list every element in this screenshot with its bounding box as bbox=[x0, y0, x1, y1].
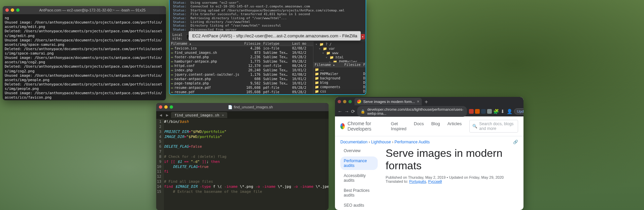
address-bar[interactable]: 🔒 developer.chrome.com/docs/lighthouse/p… bbox=[357, 106, 467, 117]
close-icon[interactable] bbox=[5, 8, 9, 12]
reload-icon[interactable]: ⟳ bbox=[351, 109, 355, 114]
breadcrumb-link[interactable]: Performance Audits bbox=[395, 140, 430, 144]
tab-close-icon[interactable]: × bbox=[417, 99, 419, 104]
extension-icon[interactable] bbox=[481, 109, 486, 114]
browser-tab[interactable]: Serve images in modern form... × bbox=[354, 98, 422, 105]
close-icon[interactable] bbox=[338, 100, 341, 103]
file-row[interactable]: 📁PHPMailer Directory 01/19/2020 1... bbox=[313, 72, 366, 76]
tab-file[interactable]: find_unused_images.sh × bbox=[171, 112, 227, 118]
tree-node[interactable]: 📁 PHPMailer bbox=[315, 60, 366, 63]
remote-file-list[interactable]: Filename ▴ Filesize Filetype Last modifi… bbox=[313, 63, 366, 95]
chrome-window[interactable]: Serve images in modern form... × + ← → ⟳… bbox=[335, 97, 523, 210]
file-row[interactable]: 📁css Directory 04/13/2020 0... bbox=[313, 89, 366, 94]
col-filetype[interactable]: Filetype bbox=[362, 63, 366, 67]
breadcrumb-link[interactable]: Documentation bbox=[340, 140, 368, 144]
forward-icon[interactable]: → bbox=[344, 109, 349, 114]
translation-link[interactable]: Русский bbox=[428, 179, 442, 183]
code-editor[interactable]: #!/bin/bash PROJECT_DIR="$PWD/portfolio"… bbox=[164, 119, 329, 210]
new-tab-icon[interactable]: + bbox=[425, 99, 428, 105]
window-controls[interactable] bbox=[338, 100, 352, 103]
terminal-output[interactable]: ng Unused image: /Users/anthonypace/docu… bbox=[3, 14, 166, 100]
file-row[interactable]: 📁blog Directory 05/20/2023 1... bbox=[313, 80, 366, 85]
local-file-list[interactable]: Filename ▴ Filesize Filetype Last mo ▭fa… bbox=[170, 41, 313, 95]
file-row[interactable]: ▭resume.pdf 105,608 pdf-file 09/28/2 bbox=[170, 90, 313, 94]
terminal-titlebar[interactable]: AntPace.com — ec2-user@ip-172-31-32-60:~… bbox=[3, 6, 166, 14]
window-controls[interactable] bbox=[5, 8, 20, 12]
maximize-icon[interactable] bbox=[348, 100, 352, 103]
file-row[interactable]: ▭httpd.conf 12,370 conf-file 08/24/2 bbox=[170, 64, 313, 68]
breadcrumb-link[interactable]: Lighthouse bbox=[371, 140, 391, 144]
sidebar-item[interactable]: Best Practices audits bbox=[340, 186, 378, 200]
file-row[interactable]: ▭index.php 20,240 Sublime Text ... 10/01… bbox=[170, 68, 313, 72]
filezilla-window[interactable]: Status:Using username "ec2-user".Status:… bbox=[169, 0, 366, 95]
file-row[interactable]: ▭navbar-antpace.php 608 Sublime Text ...… bbox=[170, 77, 313, 81]
tree-node[interactable]: 📁 ? / bbox=[315, 42, 366, 46]
sublime-title: 📄 find_unused_images.sh bbox=[175, 105, 326, 109]
chrome-tabbar[interactable]: Serve images in modern form... × + bbox=[335, 97, 523, 106]
sublime-window[interactable]: 📄 find_unused_images.sh ◀ ▶ find_unused_… bbox=[156, 103, 329, 210]
update-button[interactable]: Update bbox=[514, 108, 523, 114]
site-logo[interactable]: Chrome for Developers bbox=[340, 121, 383, 132]
back-icon[interactable]: ◀ bbox=[158, 113, 163, 117]
minimize-icon[interactable] bbox=[164, 105, 168, 109]
sublime-titlebar[interactable]: 📄 find_unused_images.sh bbox=[156, 103, 329, 111]
minimize-icon[interactable] bbox=[11, 8, 14, 12]
extensions-menu-icon[interactable]: 🧩 bbox=[493, 109, 499, 114]
tree-node[interactable]: 📁 www bbox=[315, 51, 366, 55]
file-row[interactable]: 📁fonts Directory 07/03/2018 1... bbox=[313, 94, 366, 95]
terminal-window[interactable]: AntPace.com — ec2-user@ip-172-31-32-60:~… bbox=[3, 6, 166, 100]
window-controls[interactable] bbox=[159, 105, 173, 109]
file-row[interactable]: ▭sitemap.xml 41,031 Sublime Text ... 10/… bbox=[170, 94, 313, 95]
forward-icon[interactable]: ▶ bbox=[165, 113, 170, 117]
remote-tree[interactable]: 📁 ? /📁 var📁 www📁 html📁 PHPMailer📁 backgr… bbox=[313, 41, 366, 63]
sidebar-item[interactable]: Accessibility audits bbox=[340, 171, 378, 185]
sidebar-item[interactable]: Performance audits bbox=[340, 156, 378, 170]
extension-icon[interactable] bbox=[487, 109, 492, 114]
file-row[interactable]: 📁components Directory 09/28/2023 2... bbox=[313, 85, 366, 89]
file-row[interactable]: ▭resume-antpace.pdf 105,608 pdf-file 09/… bbox=[170, 85, 313, 90]
share-icon[interactable]: 🔗 bbox=[513, 140, 518, 144]
col-filesize[interactable]: Filesize bbox=[342, 63, 362, 67]
nav-link[interactable]: Blog bbox=[431, 121, 440, 131]
profile-icon[interactable]: 👤 bbox=[507, 109, 512, 114]
nav-link[interactable]: Get Inspired bbox=[391, 121, 406, 131]
file-row[interactable]: ▭page-template.php 9,582 Sublime Text ..… bbox=[170, 81, 313, 85]
nav-link[interactable]: Articles bbox=[447, 121, 462, 131]
col-filetype[interactable]: Filetype bbox=[262, 41, 291, 46]
filezilla-log[interactable]: Status:Using username "ec2-user".Status:… bbox=[170, 0, 366, 32]
extension-icon[interactable] bbox=[469, 109, 474, 114]
tree-node[interactable]: 📁 var bbox=[315, 46, 366, 51]
chrome-page[interactable]: Chrome for Developers Get InspiredDocsBl… bbox=[335, 116, 523, 210]
close-icon[interactable] bbox=[159, 105, 162, 109]
tab-close-icon[interactable]: × bbox=[222, 113, 224, 117]
maximize-icon[interactable] bbox=[170, 105, 173, 109]
col-lastmod[interactable]: Last mo bbox=[291, 41, 313, 46]
file-row[interactable]: ▭find_unused_images.sh 873 Sublime Text … bbox=[170, 50, 313, 55]
file-row[interactable]: 📁.. bbox=[313, 67, 366, 72]
extensions[interactable]: 🧩 ⬇ 👤 bbox=[469, 109, 512, 114]
file-row[interactable]: 📁background Directory 06/21/2021 0... bbox=[313, 76, 366, 80]
file-row[interactable]: ▭favicon.ico 4,286 ico-file 02/08/2 bbox=[170, 46, 313, 50]
logo-text: Chrome for Developers bbox=[347, 121, 383, 132]
sublime-tabbar[interactable]: ◀ ▶ find_unused_images.sh × bbox=[156, 111, 329, 119]
terminal-title: AntPace.com — ec2-user@ip-172-31-32-60:~… bbox=[22, 8, 163, 12]
back-icon[interactable]: ← bbox=[338, 109, 342, 114]
site-search[interactable]: 🔍 Search docs, blogs and more bbox=[469, 120, 518, 133]
tree-node[interactable]: 📁 html bbox=[315, 55, 366, 60]
nav-link[interactable]: Docs bbox=[414, 121, 424, 131]
line-gutter[interactable]: 123456789101112131415 bbox=[156, 119, 164, 210]
file-row[interactable]: ▭footer-shared.php 2,236 Sublime Text ..… bbox=[170, 55, 313, 59]
translation-link[interactable]: Português bbox=[409, 179, 426, 183]
file-row[interactable]: ▭hamburger-antpace.php 1,775 Sublime Tex… bbox=[170, 59, 313, 64]
sidebar-item[interactable]: Overview bbox=[340, 146, 378, 155]
extension-icon[interactable] bbox=[475, 109, 480, 114]
col-filename[interactable]: Filename ▴ bbox=[170, 41, 241, 46]
col-filename[interactable]: Filename ▴ bbox=[313, 63, 342, 67]
sidebar-item[interactable]: SEO audits bbox=[340, 201, 378, 210]
remote-site-dropdown-icon[interactable]: ▾ bbox=[360, 34, 365, 39]
maximize-icon[interactable] bbox=[16, 8, 20, 12]
file-row[interactable]: ▭jquery.content-panel-switcher.js 1,176 … bbox=[170, 72, 313, 77]
download-icon[interactable]: ⬇ bbox=[500, 109, 505, 114]
minimize-icon[interactable] bbox=[343, 100, 346, 103]
col-filesize[interactable]: Filesize bbox=[241, 41, 262, 46]
